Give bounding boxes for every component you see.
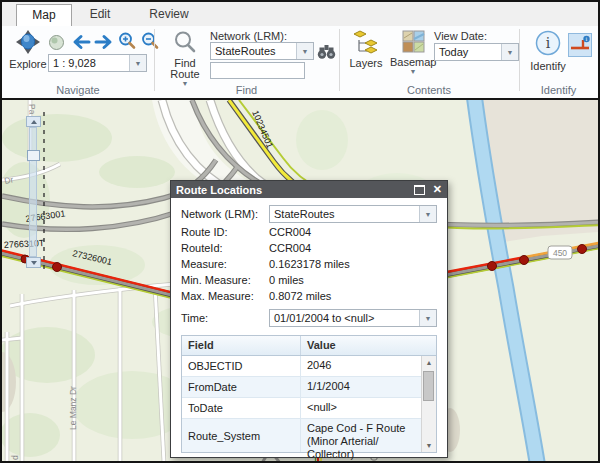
zoom-slider-down-button[interactable] xyxy=(26,257,41,268)
down-arrow-icon xyxy=(31,261,37,265)
tab-map[interactable]: Map xyxy=(16,4,72,27)
previous-extent-arrow-icon[interactable] xyxy=(71,34,91,54)
field-value: 0.1623178 miles xyxy=(269,258,350,270)
route-search-input[interactable] xyxy=(210,62,305,79)
field-value: 0.8072 miles xyxy=(269,290,331,302)
cell-field: FromDate xyxy=(182,377,300,397)
dialog-network-value: StateRoutes xyxy=(270,208,419,220)
field-label: Network (LRM): xyxy=(181,208,269,220)
cell-value: Cape Cod - F Route (Minor Arterial/ Coll… xyxy=(300,419,421,452)
scrollbar-thumb[interactable] xyxy=(423,371,434,401)
ribbon: Explore 1 : 9,028 ▼ Navigate Find xyxy=(2,26,598,98)
zoom-slider-track[interactable] xyxy=(29,127,37,257)
field-label: Max. Measure: xyxy=(181,290,269,302)
identify-route-locations-tool-button[interactable]: i xyxy=(568,33,592,57)
street-name-label: Le Manz Dr xyxy=(68,386,78,430)
zoom-slider-up-button[interactable] xyxy=(26,116,41,127)
network-lrm-label: Network (LRM): xyxy=(210,30,287,42)
view-date-dropdown-arrow-icon[interactable]: ▼ xyxy=(501,44,518,60)
network-lrm-combo[interactable]: StateRoutes ▼ xyxy=(210,42,314,60)
dialog-network-combo[interactable]: StateRoutes ▼ xyxy=(269,205,437,223)
field-row-max-measure: Max. Measure: 0.8072 miles xyxy=(181,288,437,304)
cell-field: ToDate xyxy=(182,398,300,418)
binoculars-icon[interactable] xyxy=(317,43,336,64)
table-row[interactable]: OBJECTID 2046 xyxy=(182,356,421,377)
layers-button[interactable]: Layers xyxy=(346,30,386,69)
table-row[interactable]: Route_System Cape Cod - F Route (Minor A… xyxy=(182,419,421,452)
zoom-out-icon[interactable] xyxy=(141,32,159,54)
ribbon-tab-bar: Map Edit Review xyxy=(2,2,598,27)
full-extent-globe-icon[interactable] xyxy=(48,34,65,55)
scrollbar-down-arrow-icon[interactable]: ▼ xyxy=(422,439,436,452)
find-route-button[interactable]: Find Route ▼ xyxy=(162,30,208,87)
group-divider xyxy=(519,29,520,91)
find-group-label: Find xyxy=(154,84,339,96)
table-scrollbar[interactable]: ▲ ▼ xyxy=(421,356,436,452)
cell-field: Route_System xyxy=(182,419,300,452)
street-name-label: Pa xyxy=(27,104,37,115)
explore-label: Explore xyxy=(8,59,48,70)
explore-compass-icon xyxy=(15,41,41,58)
map-scale-dropdown-arrow-icon[interactable]: ▼ xyxy=(129,55,146,71)
group-divider xyxy=(154,29,155,91)
navigate-group-label: Navigate xyxy=(2,84,154,96)
layers-label: Layers xyxy=(346,58,386,69)
map-scale-combo[interactable]: 1 : 9,028 ▼ xyxy=(48,54,147,72)
field-label: Min. Measure: xyxy=(181,274,269,286)
dialog-time-dropdown-arrow-icon[interactable]: ▼ xyxy=(419,310,436,326)
identify-group-label: Identify xyxy=(519,84,598,96)
field-label: Measure: xyxy=(181,258,269,270)
identify-button[interactable]: i Identify xyxy=(528,29,568,72)
field-row-min-measure: Min. Measure: 0 miles xyxy=(181,272,437,288)
field-row-routeid: RouteId: CCR004 xyxy=(181,240,437,256)
cell-value: 1/1/2004 xyxy=(300,377,421,397)
cell-field: OBJECTID xyxy=(182,356,300,376)
svg-text:i: i xyxy=(546,35,551,51)
dialog-title-bar[interactable]: Route Locations ✕ xyxy=(171,181,447,198)
basemap-label: Basemap xyxy=(390,57,436,68)
view-date-value: Today xyxy=(435,46,501,58)
field-value: CCR004 xyxy=(269,242,311,254)
basemap-button[interactable]: Basemap ▼ xyxy=(390,30,436,75)
view-date-combo[interactable]: Today ▼ xyxy=(434,43,519,61)
column-header-spacer xyxy=(421,336,436,355)
field-row-measure: Measure: 0.1623178 miles xyxy=(181,256,437,272)
identify-label: Identify xyxy=(528,61,568,72)
field-row-network: Network (LRM): StateRoutes ▼ xyxy=(181,204,437,224)
attributes-table: Field Value OBJECTID 2046 FromDate 1/1/2… xyxy=(181,335,437,453)
field-label: Route ID: xyxy=(181,226,269,238)
network-lrm-value: StateRoutes xyxy=(211,45,296,57)
dialog-time-combo[interactable]: 01/01/2004 to <null> ▼ xyxy=(269,309,437,327)
contents-group-label: Contents xyxy=(339,84,519,96)
find-route-magnifier-icon xyxy=(173,40,197,57)
identify-route-tool-icon: i xyxy=(569,42,591,59)
dialog-network-dropdown-arrow-icon[interactable]: ▼ xyxy=(419,206,436,222)
explore-button[interactable]: Explore xyxy=(8,29,48,70)
view-date-label: View Date: xyxy=(434,30,487,42)
field-value: 0 miles xyxy=(269,274,304,286)
table-row[interactable]: ToDate <null> xyxy=(182,398,421,419)
up-arrow-icon xyxy=(31,120,37,124)
route-shield-label: 450 xyxy=(553,248,567,258)
close-icon[interactable]: ✕ xyxy=(433,184,442,195)
maximize-icon[interactable] xyxy=(414,185,425,195)
attributes-table-header: Field Value xyxy=(182,336,436,356)
column-header-value: Value xyxy=(300,336,421,355)
cell-value: 2046 xyxy=(300,356,421,376)
scrollbar-up-arrow-icon[interactable]: ▲ xyxy=(422,356,436,369)
next-extent-arrow-icon[interactable] xyxy=(94,34,114,54)
tab-edit[interactable]: Edit xyxy=(70,4,130,25)
zoom-in-icon[interactable] xyxy=(118,32,136,54)
zoom-slider-thumb[interactable] xyxy=(27,150,40,161)
find-route-label-line2: Route xyxy=(162,69,208,80)
dialog-title: Route Locations xyxy=(176,184,414,196)
map-scale-value: 1 : 9,028 xyxy=(49,57,129,69)
street-name-label: d xyxy=(10,455,20,460)
network-lrm-dropdown-arrow-icon[interactable]: ▼ xyxy=(296,43,313,59)
app-window: Map Edit Review Explore xyxy=(0,0,600,463)
tab-review[interactable]: Review xyxy=(130,4,208,25)
table-row[interactable]: FromDate 1/1/2004 xyxy=(182,377,421,398)
field-label: Time: xyxy=(181,312,269,324)
dialog-time-value: 01/01/2004 to <null> xyxy=(270,312,419,324)
map-zoom-slider[interactable] xyxy=(26,116,41,268)
